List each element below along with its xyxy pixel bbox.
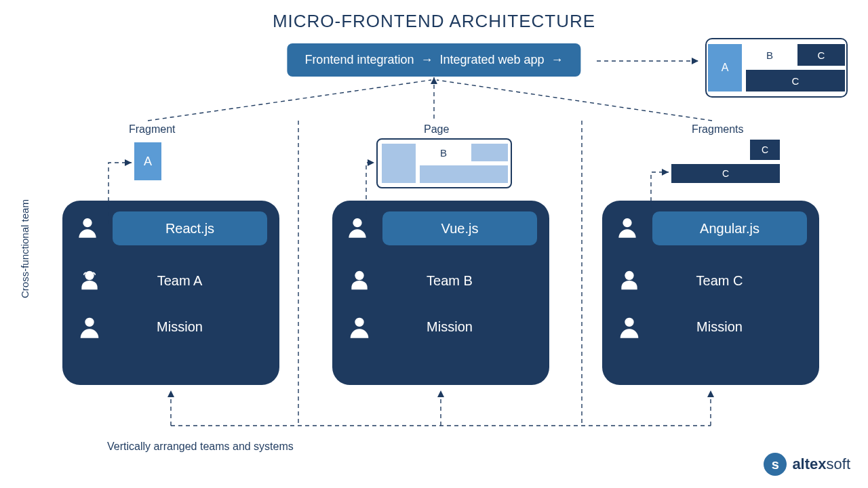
fragment-c-wide: C [671,164,780,183]
page-b-slot-left [382,144,416,183]
mission-label: Mission [389,319,510,335]
svg-marker-19 [662,169,669,176]
page-b-slot-bottom [420,165,508,183]
tech-chip: Vue.js [382,211,537,245]
person-icon [614,312,644,342]
svg-point-5 [355,318,363,327]
svg-marker-23 [437,390,444,397]
team-name: Team C [659,273,780,289]
page-b-label: B [420,144,467,161]
person-icon [344,312,374,342]
svg-marker-25 [707,390,714,397]
brand-logo: ѕ altexsoft [764,453,850,476]
logo-mark-icon: ѕ [764,453,787,476]
column-label-fragment: Fragment [129,123,175,136]
mission-row: Mission [614,304,807,350]
svg-line-13 [437,80,712,121]
tech-chip: React.js [113,211,267,245]
preview-block-c-wide: C [746,70,845,92]
svg-marker-18 [368,159,374,166]
svg-marker-10 [692,58,698,64]
person-icon [614,266,644,296]
person-icon [344,214,372,241]
team-name: Team A [119,273,240,289]
side-axis-label: Cross-functional team [19,199,31,298]
svg-point-8 [625,318,633,327]
team-card-a: React.js Team A Mission [62,201,279,385]
preview-block-c-small: C [797,44,845,66]
fragment-c-small: C [750,140,780,160]
person-icon [75,266,104,296]
fragment-a-block: A [134,142,161,180]
logo-text-bold: altex [792,455,826,472]
person-icon [344,266,374,296]
svg-point-4 [355,271,363,280]
column-label-page: Page [424,123,449,136]
diagram-title: MICRO-FRONTEND ARCHITECTURE [0,0,868,32]
preview-block-a: A [708,44,742,92]
person-icon [75,214,102,241]
mission-row: Mission [344,304,537,350]
mission-row: Mission [75,304,267,350]
column-label-fragments: Fragments [692,123,743,136]
person-icon [75,312,104,342]
mission-label: Mission [119,319,240,335]
integration-text-2: Integrated web app [439,53,544,67]
person-icon [614,214,642,241]
mission-label: Mission [659,319,780,335]
team-row: Team A [75,258,267,304]
svg-point-0 [83,218,92,227]
integration-box: Frontend integration → Integrated web ap… [287,43,580,77]
team-card-b: Vue.js Team B Mission [332,201,549,385]
integration-text-1: Frontend integration [304,53,414,67]
integrated-app-preview: A B C C [705,38,848,98]
team-name: Team B [389,273,510,289]
bottom-axis-label: Vertically arranged teams and systems [107,441,294,453]
svg-point-7 [625,271,633,280]
team-row: Team B [344,258,537,304]
svg-point-2 [85,318,94,327]
logo-text-rest: soft [827,455,850,472]
preview-block-b: B [746,44,793,66]
svg-marker-21 [167,390,174,397]
arrow-icon: → [420,53,433,67]
svg-point-6 [623,218,631,227]
svg-marker-14 [431,77,437,84]
svg-point-1 [85,271,94,280]
team-card-c: Angular.js Team C Mission [602,201,819,385]
team-row: Team C [614,258,807,304]
arrow-icon: → [551,53,564,67]
tech-chip: Angular.js [652,211,807,245]
page-b-card: B [376,138,512,188]
svg-point-3 [353,218,361,227]
svg-marker-17 [125,159,132,166]
fragment-c-group: C C [671,140,780,183]
page-b-slot-topright [471,144,508,161]
svg-line-12 [148,80,431,121]
